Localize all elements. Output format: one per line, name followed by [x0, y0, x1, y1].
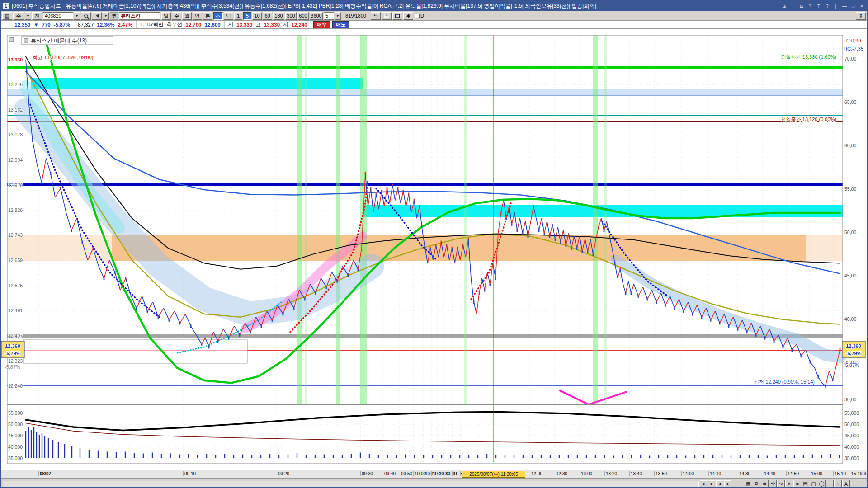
price-axis-label: 12,240 [8, 383, 23, 389]
pane-splitter [7, 404, 843, 405]
updown-trend-icon[interactable]: ∧ [785, 480, 793, 488]
save-button[interactable] [392, 12, 402, 20]
zoom-out-button[interactable]: − [826, 480, 834, 488]
multi-trend-icon[interactable]: ≈ [793, 480, 801, 488]
time-label: 12:00 [530, 471, 542, 476]
stock-chart-window: 1 [0601] 주식종합차트 - 유통비율[47.6] 거래대금[1,107(… [0, 0, 868, 488]
overlap-chart-icon[interactable]: ⧉ [753, 480, 760, 488]
bottom-toolbar: ◂▸◂▸▦⧉≋⊹∿∧≈▤▢◯−+A [1, 478, 867, 488]
toolbar-collapse-button[interactable]: ⇕ [856, 12, 866, 20]
separator: │ [832, 3, 840, 9]
zoom-in-button[interactable]: + [834, 480, 842, 488]
settings-button[interactable]: ✱ [403, 12, 413, 20]
scroll-track[interactable] [3, 481, 699, 487]
chevron-down-icon[interactable]: ▼ [25, 12, 31, 20]
minimize-icon[interactable]: — [841, 3, 848, 9]
chart-style-button[interactable]: ∿ [382, 12, 392, 20]
chevron-down-icon[interactable]: ▼ [103, 12, 109, 20]
sub-axis-label-left: 55,000 [8, 410, 23, 416]
open-price: 13,330 [236, 22, 252, 28]
grid-layout-icon[interactable]: ▦ [745, 480, 752, 488]
period-tick-button[interactable]: 틱 [224, 12, 233, 20]
hc-label: HC:-7,35 [844, 46, 863, 52]
right-axis-label: 30,00 [844, 397, 856, 402]
sound-button[interactable] [92, 12, 102, 20]
crosshair-icon[interactable]: ⊹ [769, 480, 777, 488]
open-label: 시 [228, 21, 234, 28]
duplicate-icon[interactable]: ⊞ [798, 3, 805, 9]
scroll-right-button[interactable]: ▸ [708, 480, 715, 488]
tag-percent: -5,79% [846, 351, 862, 356]
search-button[interactable] [81, 12, 91, 20]
chevron-down-icon[interactable]: ▼ [74, 12, 80, 20]
page-right-button[interactable]: ▸ [724, 480, 731, 488]
interval-3600-button[interactable]: 3600 [310, 12, 323, 20]
count-spinner[interactable]: 5 [324, 12, 334, 20]
last-price: 12,350 [14, 22, 30, 28]
price-axis-label: 12,659 [8, 258, 23, 263]
chart-area[interactable]: 13,33013,24613,16213,07812,99412,91012,8… [1, 29, 868, 470]
popout-icon[interactable]: ⊞ [781, 3, 788, 9]
unit-combo[interactable]: 주 [13, 12, 24, 20]
stock-name-field[interactable]: 뷰티스킨 [119, 12, 160, 20]
pattern-icon[interactable]: ≋ [761, 480, 769, 488]
checkbox-icon[interactable] [415, 14, 420, 18]
period-day-button[interactable]: 일 [161, 12, 171, 20]
prev-stock-button[interactable]: 전 [32, 12, 42, 20]
buy-button[interactable]: 매수 [313, 21, 330, 28]
stock-code-input[interactable]: 406820 [43, 12, 73, 20]
maximize-icon[interactable]: □ [849, 3, 857, 9]
trendline-icon[interactable]: ∿ [777, 480, 785, 488]
highlighted-timestamp: 2025/08/07(목) 11:30:05 [462, 471, 525, 478]
interval-60-button[interactable]: 60 [263, 12, 272, 20]
interval-300-button[interactable]: 300 [285, 12, 297, 20]
panel-minimize-icon[interactable]: − [789, 3, 797, 9]
interval-600-button[interactable]: 600 [297, 12, 309, 20]
interval-180-button[interactable]: 180 [273, 12, 284, 20]
time-label: 09:30 [360, 471, 373, 476]
chart-window-icon[interactable]: ▢ [810, 480, 817, 488]
quote-ohl-segment: 시13,330고13,330저12,240 [225, 21, 311, 28]
day-open-line [7, 66, 843, 69]
time-label: 09:50 [400, 471, 412, 476]
pin-icon[interactable]: ⍑ [807, 3, 814, 9]
period-minute-button[interactable]: 분 [203, 12, 212, 20]
bar-count-label: 819/1800 [342, 12, 370, 20]
interval-1-button[interactable]: 1 [234, 12, 242, 20]
scroll-left-button[interactable]: ◂ [700, 480, 707, 488]
right-axis-label: 60,00 [844, 143, 856, 148]
best-bid: 12,600 [204, 22, 220, 28]
expand-button[interactable]: ⇆ [371, 12, 381, 20]
sub-axis-label-right: 50,000 [844, 422, 859, 427]
time-label: 13:20 [604, 471, 617, 476]
period-month-button[interactable]: 월 [182, 12, 192, 20]
sub-axis-label-right: 55,000 [844, 410, 859, 416]
price-axis-label: 12,910 [8, 183, 23, 188]
period-year-button[interactable]: 년 [193, 12, 202, 20]
close-icon[interactable]: ✕ [858, 3, 865, 9]
time-label: 14:50 [786, 471, 799, 476]
page-left-button[interactable]: ◂ [716, 480, 723, 488]
time-label: 14:00 [681, 471, 694, 476]
interval-10-button[interactable]: 10 [252, 12, 262, 20]
period-week-button[interactable]: 주 [172, 12, 181, 20]
period-second-button[interactable]: 초 [213, 12, 223, 20]
sub-axis-label-right: 40,000 [844, 444, 859, 450]
chart-menu-button[interactable]: ▤ [2, 12, 12, 20]
chart-tool-icon[interactable]: ▤ [802, 480, 809, 488]
font-icon[interactable]: T [815, 3, 822, 9]
price-axis-label: 12,575 [8, 283, 23, 288]
legend-text: 뷰티스킨 매물대 수(13) [31, 38, 87, 44]
title-bar[interactable]: 1 [0601] 주식종합차트 - 유통비율[47.6] 거래대금[1,107(… [1, 1, 867, 11]
interval-5-button[interactable]: 5 [243, 12, 251, 20]
sub-axis-label-left: 40,000 [8, 444, 23, 450]
d-checkbox[interactable]: D [414, 12, 425, 20]
font-size-button[interactable]: A [842, 480, 850, 488]
time-label: 13:40 [629, 471, 642, 476]
floppy-icon [395, 14, 400, 18]
window-icon: 1 [3, 3, 9, 9]
spinner-arrow-icon[interactable]: ▼ [335, 12, 341, 20]
sell-button[interactable]: 매도 [332, 21, 349, 28]
help-icon[interactable]: ? [824, 3, 831, 9]
zoom-icon[interactable]: ◯ [818, 480, 826, 488]
